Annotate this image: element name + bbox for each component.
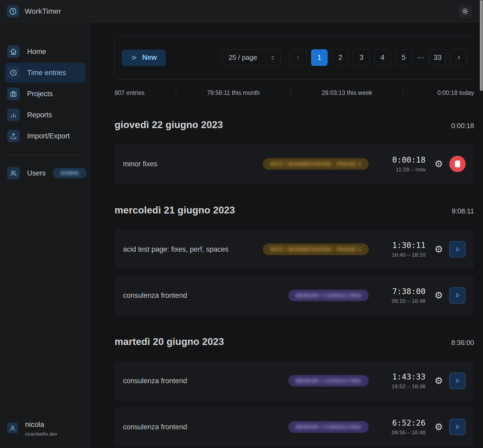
- sun-icon: [461, 8, 469, 15]
- page-button-5[interactable]: 5: [395, 49, 412, 66]
- app-title: WorkTimer: [25, 7, 61, 16]
- project-badge[interactable]: MEMORI / CONSULTING: [288, 421, 369, 433]
- entry-settings-button[interactable]: ⚙: [435, 422, 443, 432]
- entry-times: 1:30:11 16:40 – 18:10: [380, 241, 426, 258]
- entry-settings-button[interactable]: ⚙: [435, 376, 443, 386]
- stat-item: 807 entries: [115, 87, 176, 98]
- upload-icon: [7, 130, 20, 142]
- profile-name: nicola: [25, 420, 57, 429]
- time-entry-card: acid test page: fixes, perf, spaces INTX…: [115, 230, 474, 269]
- prev-page-button[interactable]: [290, 49, 307, 66]
- layout-body: Home Time entries Projects Reports Impor…: [0, 23, 483, 448]
- admin-badge: ADMIN: [53, 168, 87, 178]
- sidebar-item-label: Home: [27, 48, 46, 56]
- entry-title: consulenza frontend: [123, 377, 288, 385]
- entry-duration: 0:00:18: [380, 155, 426, 164]
- page-button-2[interactable]: 2: [332, 49, 349, 66]
- scrollbar-thumb[interactable]: [480, 0, 483, 91]
- entry-duration: 1:43:33: [380, 372, 426, 381]
- stat-text: 0:00:18 today: [437, 89, 474, 96]
- sidebar-item-import-export[interactable]: Import/Export: [5, 126, 85, 146]
- stop-button[interactable]: [449, 156, 466, 172]
- day-section: mercoledì 21 giugno 2023 9:08:11 acid te…: [115, 205, 474, 315]
- project-badge-label: MEMORI / CONSULTING: [296, 293, 361, 299]
- theme-toggle-button[interactable]: [458, 4, 472, 18]
- day-header: giovedì 22 giugno 2023 0:00:18: [115, 119, 474, 130]
- day-section: martedì 20 giugno 2023 8:36:00 consulenz…: [115, 336, 474, 447]
- entry-times: 1:43:33 16:52 – 18:36: [380, 372, 426, 389]
- entry-title: minor fixes: [123, 160, 263, 168]
- start-button[interactable]: [449, 419, 466, 435]
- entry-time-range: 16:40 – 18:10: [380, 252, 426, 258]
- last-page-button[interactable]: 33: [429, 49, 446, 66]
- sidebar-item-users[interactable]: Users ADMIN: [5, 163, 85, 183]
- bar-chart-icon: [7, 109, 20, 121]
- briefcase-icon: [7, 87, 20, 100]
- stat-text: 78:56:11 this month: [207, 89, 260, 96]
- entry-times: 7:38:00 09:10 – 16:48: [380, 287, 426, 304]
- new-entry-button[interactable]: New: [122, 50, 166, 66]
- start-button[interactable]: [449, 287, 466, 304]
- users-icon: [7, 167, 20, 179]
- gear-icon: ⚙: [435, 244, 443, 255]
- pagination-ellipsis: ⋯: [416, 53, 425, 62]
- page-size-select[interactable]: 25 / page: [222, 50, 280, 66]
- home-icon: [7, 45, 20, 58]
- entry-times: 6:52:26 09:55 – 16:48: [380, 418, 426, 436]
- entry-time-range: 11:28 – now: [380, 166, 426, 173]
- new-entry-label: New: [142, 53, 157, 62]
- stop-icon: [455, 160, 460, 167]
- day-header: martedì 20 giugno 2023 8:36:00: [115, 336, 474, 347]
- stat-text: 28:03:13 this week: [322, 89, 372, 96]
- pagination: 12345 ⋯ 33: [290, 49, 467, 66]
- page-button-3[interactable]: 3: [353, 49, 370, 66]
- entry-settings-button[interactable]: ⚙: [435, 291, 443, 300]
- page-button-4[interactable]: 4: [374, 49, 391, 66]
- project-badge[interactable]: INTX / BONNEFANTEN - PHASE 1: [263, 158, 369, 170]
- project-badge-label: INTX / BONNEFANTEN - PHASE 1: [270, 246, 361, 252]
- sidebar-item-time-entries[interactable]: Time entries: [5, 63, 85, 83]
- entry-title: consulenza frontend: [123, 291, 288, 300]
- sidebar-divider: [5, 155, 85, 155]
- project-badge[interactable]: MEMORI / CONSULTING: [288, 375, 369, 387]
- play-icon: [454, 292, 461, 299]
- entry-settings-button[interactable]: ⚙: [435, 245, 443, 254]
- sidebar-item-reports[interactable]: Reports: [5, 105, 85, 125]
- user-icon: [7, 422, 18, 434]
- day-section: giovedì 22 giugno 2023 0:00:18 minor fix…: [115, 119, 474, 184]
- time-entry-card: consulenza frontend MEMORI / CONSULTING …: [115, 407, 474, 447]
- project-badge[interactable]: INTX / BONNEFANTEN - PHASE 1: [263, 244, 369, 255]
- entry-duration: 6:52:26: [380, 418, 426, 427]
- entry-title: consulenza frontend: [123, 423, 288, 431]
- day-total: 8:36:00: [451, 339, 474, 347]
- stat-item: 78:56:11 this month: [176, 87, 290, 98]
- day-list: giovedì 22 giugno 2023 0:00:18 minor fix…: [115, 119, 474, 447]
- page-button-1[interactable]: 1: [311, 49, 328, 66]
- sidebar: Home Time entries Projects Reports Impor…: [0, 23, 90, 448]
- stat-text: 807 entries: [115, 89, 145, 96]
- sidebar-item-projects[interactable]: Projects: [5, 84, 85, 104]
- sidebar-item-home[interactable]: Home: [5, 42, 85, 62]
- profile-domain: nzambello.dev: [25, 431, 57, 437]
- start-button[interactable]: [449, 241, 466, 257]
- profile-info: nicola nzambello.dev: [25, 420, 57, 437]
- day-header: mercoledì 21 giugno 2023 9:08:11: [115, 205, 474, 216]
- chevron-left-icon: [295, 55, 301, 61]
- clock-icon: [9, 7, 17, 15]
- sidebar-item-label: Reports: [27, 111, 52, 119]
- sidebar-item-label: Time entries: [27, 69, 66, 77]
- entry-title: acid test page: fixes, perf, spaces: [123, 245, 263, 254]
- page-size-value: 25 / page: [229, 53, 257, 62]
- admin-badge-label: ADMIN: [61, 170, 79, 176]
- day-title: giovedì 22 giugno 2023: [115, 119, 223, 130]
- entry-settings-button[interactable]: ⚙: [435, 159, 443, 169]
- main-content: New 25 / page 12345 ⋯ 33: [90, 23, 483, 448]
- sidebar-nav: Home Time entries Projects Reports Impor…: [0, 42, 90, 146]
- next-page-button[interactable]: [450, 49, 467, 66]
- start-button[interactable]: [449, 373, 466, 389]
- project-badge[interactable]: MEMORI / CONSULTING: [288, 290, 369, 301]
- app-root: WorkTimer Home Time entries Projects Rep…: [0, 0, 483, 448]
- chevron-up-down-icon: [270, 55, 276, 61]
- stats-bar: 807 entries78:56:11 this month28:03:13 t…: [115, 87, 474, 98]
- profile[interactable]: nicola nzambello.dev: [7, 420, 57, 437]
